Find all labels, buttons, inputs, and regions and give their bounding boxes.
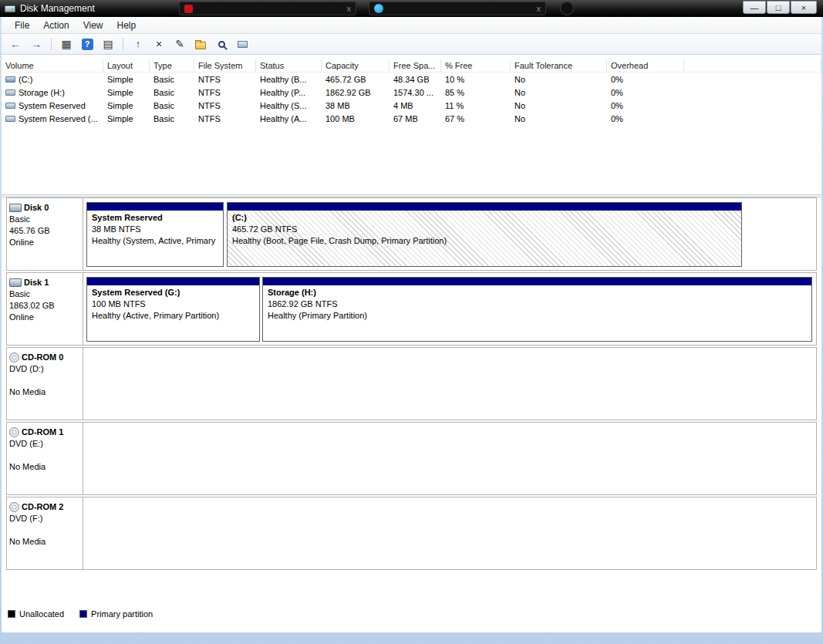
disk-1-graph: System Reserved (G:) 100 MB NTFS Healthy… <box>83 273 816 345</box>
search-icon[interactable] <box>212 35 231 52</box>
partition-title: (C:) <box>232 212 737 224</box>
volume-type: Basic <box>150 101 194 110</box>
disk-status: No Media <box>9 536 80 548</box>
toolbar: ← → ▦ ? ▤ ↑ × ✎ <box>2 34 821 55</box>
menu-help[interactable]: Help <box>110 18 143 33</box>
disk-1-header[interactable]: Disk 1 Basic 1863.02 GB Online <box>7 273 83 345</box>
volume-layout: Simple <box>103 88 150 97</box>
volume-fs: NTFS <box>194 75 256 84</box>
cdrom-1-graph <box>83 423 816 494</box>
unallocated-swatch <box>8 610 15 618</box>
volume-fault-tolerance: No <box>511 101 607 110</box>
cdrom-2-graph <box>83 497 816 569</box>
disk-name: CD-ROM 2 <box>22 501 63 513</box>
cdrom-1-header[interactable]: CD-ROM 1 DVD (E:) No Media <box>7 423 83 494</box>
volume-fault-tolerance: No <box>511 75 607 84</box>
folder-shape <box>195 42 206 49</box>
column-layout[interactable]: Layout <box>103 59 150 72</box>
column-volume[interactable]: Volume <box>2 59 103 72</box>
volume-name: System Reserved <box>19 101 86 110</box>
titlebar-left: Disk Management <box>0 3 95 14</box>
partition-size: 38 MB NTFS <box>92 224 218 235</box>
volume-row-system-reserved[interactable]: System Reserved Simple Basic NTFS Health… <box>2 99 821 112</box>
fragment-close-icon[interactable]: x <box>537 4 541 13</box>
partition-storage-h[interactable]: Storage (H:) 1862.92 GB NTFS Healthy (Pr… <box>262 277 812 342</box>
back-glyph: ← <box>10 39 21 49</box>
background-circle-button[interactable] <box>560 2 574 15</box>
rescan-disks-icon[interactable] <box>233 35 251 52</box>
column-type[interactable]: Type <box>150 59 194 72</box>
up-one-level-icon[interactable]: ↑ <box>129 35 147 52</box>
volume-icon <box>5 76 15 83</box>
disk-0-header[interactable]: Disk 0 Basic 465.76 GB Online <box>7 198 83 270</box>
volume-row-system-reserved-g[interactable]: System Reserved (... Simple Basic NTFS H… <box>2 112 821 125</box>
column-pct-free[interactable]: % Free <box>441 59 511 72</box>
column-overhead[interactable]: Overhead <box>607 59 684 72</box>
properties-icon[interactable]: ✎ <box>170 35 189 52</box>
background-window-fragment[interactable]: x <box>179 2 356 15</box>
volume-row-storage-h[interactable]: Storage (H:) Simple Basic NTFS Healthy (… <box>2 86 821 99</box>
menu-file[interactable]: File <box>8 18 36 33</box>
disk-kind: DVD (D:) <box>9 363 80 375</box>
close-button[interactable]: × <box>791 1 817 14</box>
window-title: Disk Management <box>20 3 95 14</box>
window-controls: — □ × <box>743 1 817 14</box>
delete-icon[interactable]: × <box>150 35 168 52</box>
back-icon[interactable]: ← <box>6 35 25 52</box>
volume-list-pane: Volume Layout Type File System Status Ca… <box>2 55 821 194</box>
volume-overhead: 0% <box>607 101 684 110</box>
cdrom-2-header[interactable]: CD-ROM 2 DVD (F:) No Media <box>7 497 83 569</box>
column-capacity[interactable]: Capacity <box>322 59 390 72</box>
volume-name: (C:) <box>19 75 32 84</box>
partition-c[interactable]: (C:) 465.72 GB NTFS Healthy (Boot, Page … <box>227 202 742 267</box>
help-icon[interactable]: ? <box>78 35 96 52</box>
cd-icon <box>9 502 19 512</box>
forward-icon[interactable]: → <box>27 35 46 52</box>
volume-layout: Simple <box>103 75 150 84</box>
background-window-fragment[interactable]: x <box>369 2 546 15</box>
volume-free: 67 MB <box>390 114 441 123</box>
disk-name: Disk 0 <box>24 202 49 214</box>
properties-glyph: ✎ <box>175 39 184 49</box>
drive-shape <box>238 41 248 48</box>
volume-free: 4 MB <box>390 101 441 110</box>
volume-type: Basic <box>150 75 194 84</box>
maximize-button[interactable]: □ <box>767 1 790 14</box>
show-action-pane-icon[interactable]: ▤ <box>99 35 117 52</box>
partition-system-reserved-g[interactable]: System Reserved (G:) 100 MB NTFS Healthy… <box>86 277 260 342</box>
volume-status: Healthy (S... <box>256 101 322 110</box>
partition-health: Healthy (Primary Partition) <box>268 310 807 322</box>
primary-partition-strip <box>228 203 741 211</box>
menu-action[interactable]: Action <box>36 18 76 33</box>
fragment-close-icon[interactable]: x <box>347 4 352 13</box>
disk-management-window: Disk Management x x — □ × File Action Vi… <box>0 0 823 644</box>
volume-layout: Simple <box>103 114 150 123</box>
column-file-system[interactable]: File System <box>194 59 256 72</box>
volume-status: Healthy (B... <box>256 75 322 84</box>
minimize-button[interactable]: — <box>743 1 766 14</box>
column-status[interactable]: Status <box>256 59 322 72</box>
column-fault-tolerance[interactable]: Fault Tolerance <box>511 59 607 72</box>
primary-partition-swatch <box>79 610 87 618</box>
show-console-tree-icon[interactable]: ▦ <box>57 35 76 52</box>
open-folder-icon[interactable] <box>191 35 210 52</box>
blue-app-icon <box>374 4 383 13</box>
partition-health: Healthy (System, Active, Primary <box>92 235 218 247</box>
volume-status: Healthy (P... <box>256 88 322 97</box>
volume-overhead: 0% <box>607 75 684 84</box>
volume-status: Healthy (A... <box>256 114 322 123</box>
disk-name: CD-ROM 0 <box>22 352 63 363</box>
cdrom-0-header[interactable]: CD-ROM 0 DVD (D:) No Media <box>7 348 83 420</box>
menu-view[interactable]: View <box>76 18 110 33</box>
partition-title: Storage (H:) <box>268 287 807 298</box>
column-free-space[interactable]: Free Spa... <box>390 59 441 72</box>
partition-system-reserved[interactable]: System Reserved 38 MB NTFS Healthy (Syst… <box>86 202 224 267</box>
disk-status: Online <box>9 312 80 323</box>
legend-label: Unallocated <box>19 609 64 619</box>
toolbar-separator <box>123 38 123 50</box>
graphical-view-pane: Disk 0 Basic 465.76 GB Online System Res… <box>2 197 821 632</box>
legend-primary-partition: Primary partition <box>79 609 153 619</box>
partition-size: 465.72 GB NTFS <box>232 224 737 235</box>
disk-kind: Basic <box>9 214 80 225</box>
volume-row-c[interactable]: (C:) Simple Basic NTFS Healthy (B... 465… <box>2 72 821 86</box>
